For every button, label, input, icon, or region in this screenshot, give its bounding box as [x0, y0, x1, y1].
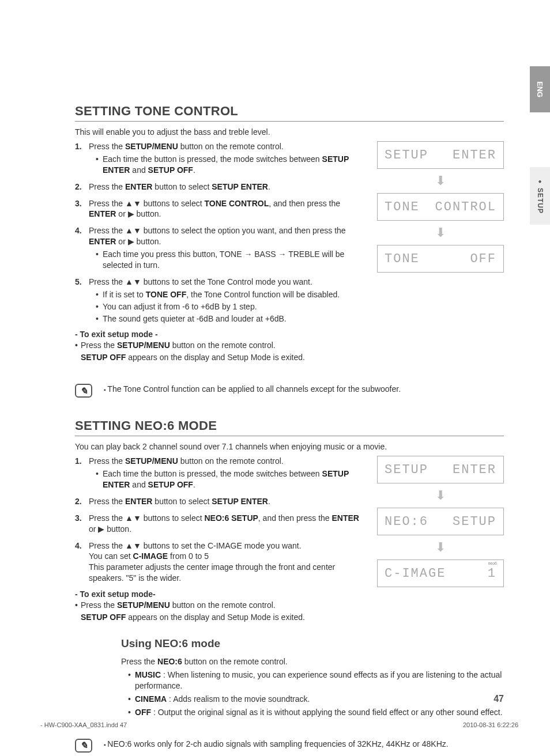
lcd-display: TONEOFF [377, 245, 504, 273]
exit-heading: - To exit setup mode - [75, 330, 363, 339]
lcd-display: SETUPENTER [377, 456, 504, 483]
lcd-label: neo6 [488, 561, 497, 565]
tone-steps: 1. Press the SETUP/MENU button on the re… [75, 141, 363, 324]
note-icon: ✎ [75, 739, 92, 753]
step-sub: Each time you press this button, TONE → … [96, 249, 363, 271]
lcd-display: TONECONTROL [377, 193, 504, 221]
neo6-intro: You can play back 2 channel sound over 7… [75, 442, 504, 451]
footer-timestamp: 2010-08-31 6:22:26 [463, 721, 518, 728]
down-arrow-icon: ⬇ [377, 225, 504, 240]
lcd-display: SETUPENTER [377, 141, 504, 169]
page-number: 47 [494, 694, 504, 704]
step-text: Press the ENTER button to select SETUP E… [89, 182, 270, 191]
step-text: Press the ▲▼ buttons to select TONE CONT… [89, 199, 340, 219]
step-sub: Each time the button is pressed, the mod… [96, 468, 363, 490]
footer-filename: - HW-C900-XAA_0831.indd 47 [40, 721, 127, 728]
note: ✎ The Tone Control function can be appli… [75, 380, 504, 401]
step-text: Press the ▲▼ buttons to set the C-IMAGE … [89, 541, 302, 550]
divider [75, 436, 504, 436]
down-arrow-icon: ⬇ [377, 540, 504, 555]
section-title-tone: SETTING TONE CONTROL [75, 104, 504, 119]
lcd-display: NEO:6SETUP [377, 508, 504, 535]
step-text: Press the ▲▼ buttons to set the Tone Con… [89, 277, 312, 286]
step-text: This parameter adjusts the center image … [89, 562, 335, 583]
exit-heading: - To exit setup mode- [75, 589, 363, 599]
tone-intro: This will enable you to adjust the bass … [75, 127, 504, 137]
exit-text: Press the SETUP/MENU button on the remot… [75, 340, 363, 363]
step-text: Press the ENTER button to select SETUP E… [89, 497, 270, 506]
down-arrow-icon: ⬇ [377, 488, 504, 503]
down-arrow-icon: ⬇ [377, 173, 504, 188]
step-text: You can set C-IMAGE from 0 to 5 [89, 551, 209, 561]
note: ✎ NEO:6 works only for 2-ch audio signal… [75, 735, 504, 756]
step-sub: You can adjust it from -6 to +6dB by 1 s… [96, 301, 363, 312]
note-text: The Tone Control function can be applied… [104, 384, 504, 395]
step-text: Press the SETUP/MENU button on the remot… [89, 142, 284, 151]
step-sub: The sound gets quieter at -6dB and loude… [96, 313, 363, 324]
step-text: Press the SETUP/MENU button on the remot… [89, 456, 284, 466]
using-neo6-title: Using NEO:6 mode [121, 637, 504, 650]
step-text: Press the ▲▼ buttons to select the optio… [89, 226, 346, 246]
mode-item: OFF : Output the original signal as it i… [128, 707, 504, 718]
divider [75, 121, 504, 122]
section-title-neo6: SETTING NEO:6 MODE [75, 418, 504, 433]
mode-item: CINEMA : Adds realism to the movie sound… [128, 694, 504, 705]
step-text: Press the ▲▼ buttons to select NEO:6 SET… [89, 513, 359, 534]
step-sub: If it is set to TONE OFF, the Tone Contr… [96, 289, 363, 300]
note-text: NEO:6 works only for 2-ch audio signals … [104, 739, 504, 750]
using-intro: Press the NEO:6 button on the remote con… [121, 657, 504, 666]
neo6-steps: 1. Press the SETUP/MENU button on the re… [75, 456, 363, 584]
step-sub: Each time the button is pressed, the mod… [96, 154, 363, 176]
mode-list: MUSIC : When listening to music, you can… [121, 670, 504, 718]
note-icon: ✎ [75, 384, 92, 398]
exit-text: Press the SETUP/MENU button on the remot… [75, 600, 363, 623]
mode-item: MUSIC : When listening to music, you can… [128, 670, 504, 691]
lcd-display: C-IMAGE1 [377, 560, 504, 587]
